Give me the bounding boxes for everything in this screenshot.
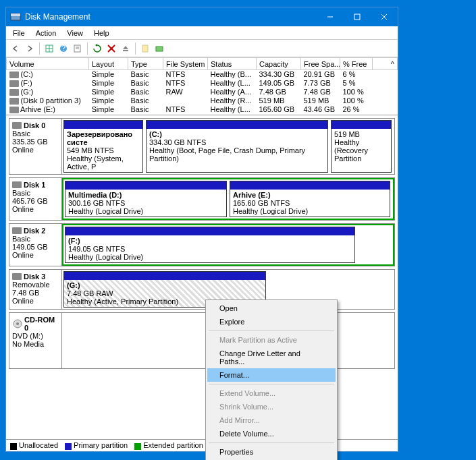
disk-state: No Media bbox=[12, 340, 59, 348]
svg-rect-16 bbox=[123, 50, 128, 51]
ctx-mark-partition-as-active: Mark Partition as Active bbox=[207, 333, 336, 347]
close-button[interactable] bbox=[371, 7, 398, 26]
ctx-properties[interactable]: Properties bbox=[207, 445, 336, 459]
back-button[interactable] bbox=[9, 42, 22, 55]
ctx-explore[interactable]: Explore bbox=[207, 315, 336, 328]
page-icon[interactable] bbox=[138, 42, 152, 55]
ctx-format-[interactable]: Format... bbox=[207, 368, 336, 382]
svg-rect-17 bbox=[142, 45, 148, 52]
eject-icon[interactable] bbox=[119, 42, 132, 55]
menu-view[interactable]: View bbox=[63, 28, 87, 38]
col-layout[interactable]: Layout bbox=[89, 58, 128, 70]
disk-kind: Basic bbox=[12, 189, 59, 197]
disk-id: Disk 0 bbox=[12, 121, 59, 130]
maximize-button[interactable] bbox=[344, 7, 371, 26]
volume-row[interactable]: Arhive (E:)SimpleBasicNTFSHealthy (L...1… bbox=[7, 105, 398, 114]
partition-status: Healthy (System, Active, P bbox=[67, 154, 140, 171]
grid-icon[interactable] bbox=[43, 42, 56, 55]
menu-help[interactable]: Help bbox=[90, 28, 113, 38]
ctx-open[interactable]: Open bbox=[207, 301, 336, 315]
disk-id: CD-ROM 0 bbox=[12, 316, 59, 332]
partition-size: 549 MB NTFS bbox=[67, 146, 140, 154]
disk-row[interactable]: Disk 2Basic149.05 GBOnline(F:)149.05 GB … bbox=[9, 223, 395, 266]
col-type[interactable]: Type bbox=[128, 58, 163, 70]
partition[interactable]: Arhive (E:)165.60 GB NTFSHealthy (Logica… bbox=[230, 181, 390, 217]
svg-point-20 bbox=[16, 322, 19, 325]
col-volume[interactable]: Volume bbox=[7, 58, 89, 70]
partition-size: 149.05 GB NTFS bbox=[68, 245, 352, 253]
partition-title: Multimedia (D:) bbox=[68, 191, 122, 199]
disk-kind: Basic bbox=[12, 130, 59, 138]
ctx-add-mirror-: Add Mirror... bbox=[207, 413, 336, 427]
disk-id: Disk 2 bbox=[12, 227, 59, 235]
volume-row[interactable]: (G:)SimpleBasicRAWHealthy (A...7.48 GB7.… bbox=[7, 88, 398, 96]
legend: Unallocated Primary partition Extended p… bbox=[6, 439, 398, 451]
toolbar: ? bbox=[6, 40, 398, 57]
col-free[interactable]: Free Spa... bbox=[301, 58, 340, 70]
partition[interactable]: (F:)149.05 GB NTFSHealthy (Logical Drive… bbox=[65, 227, 355, 263]
volume-row[interactable]: (Disk 0 partition 3)SimpleBasicHealthy (… bbox=[7, 96, 398, 105]
ctx-delete-volume-[interactable]: Delete Volume... bbox=[207, 427, 336, 440]
delete-icon[interactable] bbox=[105, 42, 118, 55]
disk-state: Online bbox=[12, 297, 59, 305]
disk-size: 335.35 GB bbox=[12, 138, 59, 146]
partition[interactable]: Зарезервировано систе549 MB NTFSHealthy … bbox=[63, 120, 143, 173]
partition-title: (C:) bbox=[149, 130, 162, 138]
volume-list-pane[interactable]: Volume Layout Type File System Status Ca… bbox=[6, 57, 398, 115]
partition[interactable]: Multimedia (D:)300.16 GB NTFSHealthy (Lo… bbox=[65, 181, 227, 217]
context-menu: OpenExploreMark Partition as ActiveChang… bbox=[205, 299, 338, 460]
help-icon[interactable]: ? bbox=[57, 42, 70, 55]
partition-title: (G:) bbox=[67, 281, 80, 289]
ctx-shrink-volume-: Shrink Volume... bbox=[207, 400, 336, 413]
disk-state: Online bbox=[12, 205, 59, 213]
volume-row[interactable]: (F:)SimpleBasicNTFSHealthy (L...149.05 G… bbox=[7, 79, 398, 88]
svg-rect-3 bbox=[354, 14, 360, 20]
legend-extended: Extended partition bbox=[143, 441, 203, 449]
partition-size: 7.48 GB RAW bbox=[67, 289, 263, 297]
legend-primary: Primary partition bbox=[74, 441, 128, 449]
partition-status: Healthy (Recovery Partition bbox=[334, 138, 388, 163]
disk-row[interactable]: Disk 0Basic335.35 GBOnlineЗарезервирован… bbox=[9, 118, 395, 175]
window-title: Disk Management bbox=[25, 12, 317, 22]
refresh-icon[interactable] bbox=[90, 42, 104, 55]
minimize-button[interactable] bbox=[317, 7, 344, 26]
disk-state: Online bbox=[12, 251, 59, 259]
col-pctfree[interactable]: % Free bbox=[340, 58, 373, 70]
menu-action[interactable]: Action bbox=[32, 28, 61, 38]
drive-icon bbox=[9, 71, 19, 78]
disk-management-window: Disk Management File Action View Help ? bbox=[5, 7, 398, 452]
partition-size: 334.30 GB NTFS bbox=[149, 138, 325, 146]
partition-size: 165.60 GB NTFS bbox=[233, 199, 387, 207]
disk-size: 149.05 GB bbox=[12, 243, 59, 251]
drive-icon bbox=[9, 107, 19, 113]
disk-kind: Basic bbox=[12, 235, 59, 243]
disk-graphical-pane[interactable]: Disk 0Basic335.35 GBOnlineЗарезервирован… bbox=[6, 115, 398, 439]
partition-status: Healthy (Boot, Page File, Crash Dump, Pr… bbox=[149, 146, 325, 163]
forward-button[interactable] bbox=[23, 42, 36, 55]
partition-size: 300.16 GB NTFS bbox=[68, 199, 223, 207]
folder-icon[interactable] bbox=[153, 42, 166, 55]
col-fs[interactable]: File System bbox=[163, 58, 208, 70]
volume-row[interactable]: (C:)SimpleBasicNTFSHealthy (B...334.30 G… bbox=[7, 70, 398, 79]
partition-status: Healthy (Logical Drive) bbox=[68, 253, 352, 261]
partition-size: 519 MB bbox=[334, 130, 388, 138]
drive-icon bbox=[9, 98, 19, 105]
disk-kind: DVD (M:) bbox=[12, 332, 59, 340]
partition[interactable]: (C:)334.30 GB NTFSHealthy (Boot, Page Fi… bbox=[146, 120, 328, 173]
col-capacity[interactable]: Capacity bbox=[257, 58, 301, 70]
col-status[interactable]: Status bbox=[208, 58, 257, 70]
disk-size: 465.76 GB bbox=[12, 197, 59, 205]
svg-text:?: ? bbox=[61, 44, 65, 52]
disk-size: 7.48 GB bbox=[12, 289, 59, 297]
drive-icon bbox=[9, 89, 19, 96]
menu-file[interactable]: File bbox=[9, 28, 29, 38]
partition[interactable]: 519 MBHealthy (Recovery Partition bbox=[331, 120, 392, 173]
legend-unallocated: Unallocated bbox=[19, 441, 58, 449]
disk-kind: Removable bbox=[12, 281, 59, 289]
ctx-change-drive-letter-and-paths-[interactable]: Change Drive Letter and Paths... bbox=[207, 347, 336, 368]
disk-row[interactable]: Disk 1Basic465.76 GBOnlineMultimedia (D:… bbox=[9, 177, 395, 221]
partition-status: Healthy (Logical Drive) bbox=[68, 207, 223, 215]
properties-icon[interactable] bbox=[71, 42, 84, 55]
ctx-extend-volume-: Extend Volume... bbox=[207, 386, 336, 400]
titlebar[interactable]: Disk Management bbox=[6, 7, 398, 26]
